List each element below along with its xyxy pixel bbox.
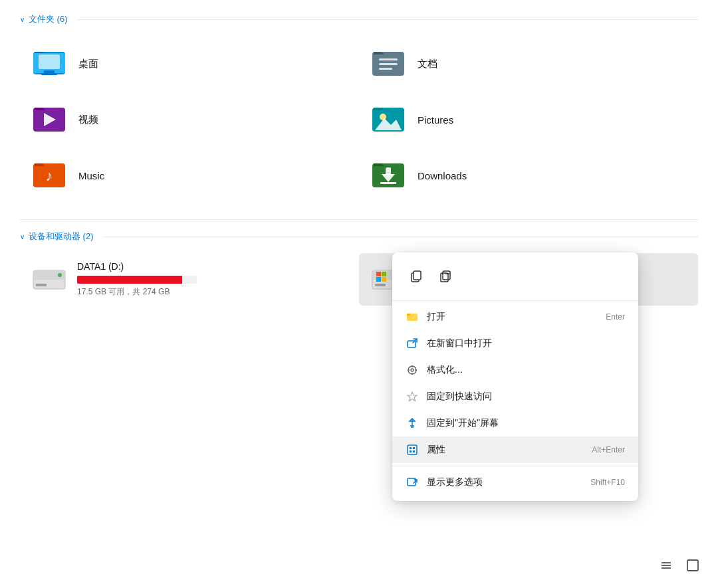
svg-point-28 [58, 273, 62, 277]
svg-rect-68 [687, 560, 698, 571]
context-properties-shortcut: Alt+Enter [592, 445, 625, 454]
svg-rect-61 [410, 450, 412, 452]
svg-rect-25 [380, 182, 396, 184]
folders-section-title: 文件夹 (6) [29, 13, 68, 25]
music-folder-icon: ♪ [31, 157, 68, 194]
folders-grid: 桌面 文档 [20, 36, 698, 203]
svg-rect-41 [443, 271, 450, 280]
context-pin-quick-label: 固定到快速访问 [427, 391, 492, 403]
context-pin-start-label: 固定到"开始"屏幕 [427, 417, 499, 429]
svg-rect-39 [414, 271, 421, 280]
pictures-folder-label: Pictures [418, 114, 453, 126]
drive-d-icon [31, 264, 68, 296]
svg-rect-5 [41, 73, 57, 75]
folder-item-pictures[interactable]: Pictures [359, 92, 698, 147]
desktop-folder-label: 桌面 [78, 58, 98, 70]
svg-rect-29 [36, 284, 47, 286]
section-divider [20, 219, 698, 220]
context-pin-quick-icon [406, 390, 419, 403]
drive-item-d[interactable]: DATA1 (D:) 17.5 GB 可用，共 274 GB [20, 253, 359, 306]
context-copy-path-btn[interactable] [403, 263, 429, 290]
video-folder-icon [31, 101, 68, 138]
videos-folder-label: 视频 [78, 114, 98, 126]
svg-rect-24 [386, 167, 391, 175]
context-more-options-label: 显示更多选项 [427, 476, 483, 488]
context-more-options-left: 显示更多选项 [406, 476, 483, 489]
context-format-icon [406, 363, 419, 377]
drive-d-fill [77, 276, 182, 284]
svg-rect-62 [413, 450, 415, 452]
folder-item-music[interactable]: ♪ Music [20, 147, 359, 203]
svg-rect-36 [376, 277, 381, 282]
context-open-left: 打开 [406, 310, 445, 324]
bottom-icon-bar [657, 556, 702, 575]
context-more-options-icon [406, 476, 419, 489]
context-divider-bottom [392, 466, 638, 466]
svg-rect-10 [379, 68, 392, 70]
context-open-new-label: 在新窗口中打开 [427, 338, 492, 349]
context-properties-icon [406, 443, 419, 456]
context-divider-top [392, 300, 638, 301]
context-menu: 打开 Enter 在新窗口中打开 [392, 252, 638, 501]
context-open-new-window[interactable]: 在新窗口中打开 [392, 330, 638, 357]
svg-rect-59 [410, 447, 412, 449]
folders-section-header[interactable]: ∨ 文件夹 (6) [20, 13, 698, 25]
svg-rect-8 [379, 58, 398, 60]
drive-d-capacity: 17.5 GB 可用，共 274 GB [77, 286, 348, 298]
folders-chevron: ∨ [20, 16, 25, 23]
context-more-options[interactable]: 显示更多选项 Shift+F10 [392, 469, 638, 496]
context-properties[interactable]: 属性 Alt+Enter [392, 437, 638, 463]
context-open-new-left: 在新窗口中打开 [406, 337, 492, 350]
desktop-folder-icon [31, 45, 68, 82]
context-open-label: 打开 [427, 311, 445, 323]
documents-folder-icon [370, 45, 407, 82]
svg-text:♪: ♪ [46, 167, 53, 184]
context-open-new-icon [406, 337, 419, 350]
context-pin-start-left: 固定到"开始"屏幕 [406, 417, 499, 430]
drive-d-bar [77, 276, 197, 284]
context-pin-start-icon [406, 417, 419, 430]
context-format[interactable]: 格式化... [392, 357, 638, 383]
svg-rect-34 [376, 272, 381, 276]
drives-section-header[interactable]: ∨ 设备和驱动器 (2) [20, 231, 698, 243]
drive-d-info: DATA1 (D:) 17.5 GB 可用，共 274 GB [77, 261, 348, 298]
svg-rect-35 [382, 272, 386, 276]
list-view-icon[interactable] [657, 556, 675, 575]
downloads-folder-icon [370, 157, 407, 194]
context-open-shortcut: Enter [606, 312, 625, 322]
pictures-folder-icon [370, 101, 407, 138]
folder-item-videos[interactable]: 视频 [20, 92, 359, 147]
context-open-icon [406, 310, 419, 324]
svg-rect-9 [379, 63, 398, 65]
svg-point-48 [411, 369, 414, 371]
svg-rect-3 [39, 54, 60, 69]
svg-rect-33 [375, 284, 386, 286]
svg-rect-60 [413, 447, 415, 449]
context-menu-icon-row [392, 258, 638, 298]
svg-rect-40 [441, 273, 448, 282]
drives-chevron: ∨ [20, 233, 25, 241]
context-format-left: 格式化... [406, 363, 463, 377]
downloads-folder-label: Downloads [418, 170, 467, 181]
folder-item-downloads[interactable]: Downloads [359, 147, 698, 203]
svg-rect-58 [408, 445, 417, 454]
context-open[interactable]: 打开 Enter [392, 304, 638, 330]
svg-marker-53 [408, 392, 417, 401]
context-properties-label: 属性 [427, 444, 445, 456]
context-pin-start[interactable]: 固定到"开始"屏幕 [392, 410, 638, 437]
grid-view-icon[interactable] [683, 556, 702, 575]
context-pin-btn[interactable] [432, 263, 459, 290]
context-pin-quick-left: 固定到快速访问 [406, 390, 492, 403]
svg-rect-4 [44, 70, 55, 73]
drive-d-name: DATA1 (D:) [77, 261, 348, 272]
music-folder-label: Music [78, 170, 104, 181]
context-more-options-shortcut: Shift+F10 [590, 478, 625, 487]
folder-item-documents[interactable]: 文档 [359, 36, 698, 92]
documents-folder-label: 文档 [418, 58, 437, 70]
folder-item-desktop[interactable]: 桌面 [20, 36, 359, 92]
context-format-label: 格式化... [427, 364, 463, 376]
context-properties-left: 属性 [406, 443, 445, 456]
svg-rect-37 [382, 277, 386, 282]
drives-section-title: 设备和驱动器 (2) [29, 231, 94, 243]
context-pin-quick[interactable]: 固定到快速访问 [392, 383, 638, 410]
